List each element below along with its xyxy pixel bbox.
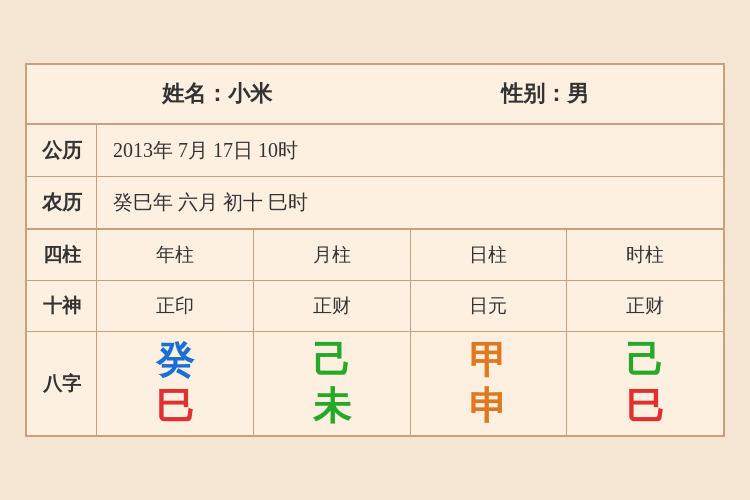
bazhu-col-1: 己 未	[254, 332, 411, 436]
bazhu-row: 八字 癸 巳 己 未 甲 申 己 巳	[27, 331, 723, 436]
bazhu-col-0-top: 癸	[156, 340, 194, 382]
sipillar-col-0: 年柱	[97, 230, 254, 280]
lunar-row: 农历 癸巳年 六月 初十 巳时	[27, 177, 723, 229]
sipillar-col-1: 月柱	[254, 230, 411, 280]
lunar-value: 癸巳年 六月 初十 巳时	[97, 177, 723, 228]
bazhu-col-0-bottom: 巳	[156, 386, 194, 428]
bazhu-col-2-bottom: 申	[469, 386, 507, 428]
lunar-label: 农历	[27, 177, 97, 228]
shishen-col-2: 日元	[411, 281, 568, 331]
sipillar-label: 四柱	[27, 230, 97, 280]
shishen-col-0: 正印	[97, 281, 254, 331]
shishen-label: 十神	[27, 281, 97, 331]
bazhu-col-1-top: 己	[313, 340, 351, 382]
gregorian-label: 公历	[27, 125, 97, 176]
sipillar-col-3: 时柱	[567, 230, 723, 280]
sipillar-col-2: 日柱	[411, 230, 568, 280]
bazhu-col-3: 己 巳	[567, 332, 723, 436]
shishen-col-3: 正财	[567, 281, 723, 331]
gregorian-row: 公历 2013年 7月 17日 10时	[27, 125, 723, 177]
bazhu-col-3-top: 己	[626, 340, 664, 382]
bazhu-col-0: 癸 巳	[97, 332, 254, 436]
bazhu-col-3-bottom: 巳	[626, 386, 664, 428]
bazhu-col-1-bottom: 未	[313, 386, 351, 428]
shishen-col-1: 正财	[254, 281, 411, 331]
bazhu-col-2-top: 甲	[469, 340, 507, 382]
name-label: 姓名：小米	[162, 79, 272, 109]
shishen-row: 十神 正印 正财 日元 正财	[27, 280, 723, 331]
sipillar-row: 四柱 年柱 月柱 日柱 时柱	[27, 229, 723, 280]
main-container: 姓名：小米 性别：男 公历 2013年 7月 17日 10时 农历 癸巳年 六月…	[25, 63, 725, 438]
gregorian-value: 2013年 7月 17日 10时	[97, 125, 723, 176]
bazhu-label: 八字	[27, 332, 97, 436]
bazhu-col-2: 甲 申	[411, 332, 568, 436]
header-row: 姓名：小米 性别：男	[27, 65, 723, 125]
gender-label: 性别：男	[501, 79, 589, 109]
